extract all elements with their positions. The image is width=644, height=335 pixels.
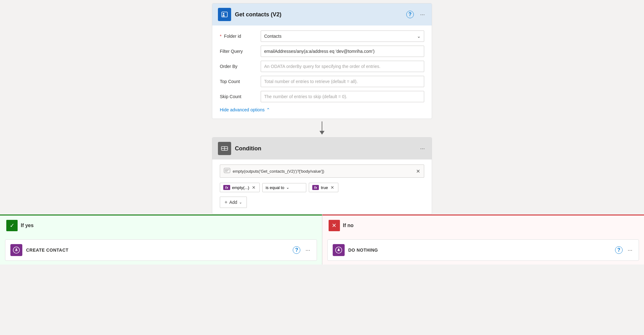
condition-more-button[interactable]: ··· bbox=[419, 144, 426, 153]
top-count-row: Top Count bbox=[220, 76, 424, 87]
add-condition-button[interactable]: + Add ⌄ bbox=[220, 197, 247, 208]
condition-header-right: ··· bbox=[419, 144, 426, 153]
create-contact-help-button[interactable]: ? bbox=[293, 246, 300, 254]
get-contacts-header-right: ? ··· bbox=[406, 10, 426, 19]
svg-point-13 bbox=[16, 248, 17, 250]
do-nothing-left: DO NOTHING bbox=[333, 244, 378, 256]
get-contacts-help-button[interactable]: ? bbox=[406, 11, 414, 18]
if-yes-header: ✓ If yes bbox=[0, 215, 322, 236]
required-star: * bbox=[220, 34, 221, 39]
condition-row: fx empty(...) ✕ is equal to ⌄ fx true ✕ bbox=[220, 183, 424, 192]
right-operand-pill[interactable]: fx true ✕ bbox=[309, 183, 338, 192]
condition-header-left: Condition bbox=[218, 142, 261, 155]
if-no-header: ✕ If no bbox=[322, 215, 644, 236]
arrow-line bbox=[322, 121, 322, 131]
do-nothing-more-button[interactable]: ··· bbox=[626, 246, 634, 255]
do-nothing-icon bbox=[333, 244, 345, 256]
x-icon: ✕ bbox=[332, 222, 336, 229]
get-contacts-more-button[interactable]: ··· bbox=[419, 10, 426, 19]
right-operand-text: true bbox=[321, 185, 328, 190]
create-contact-card: CREATE CONTACT ? ··· bbox=[5, 239, 317, 261]
expression-icon bbox=[224, 168, 230, 174]
left-operand-pill[interactable]: fx empty(...) ✕ bbox=[220, 183, 260, 192]
arrow-connector bbox=[319, 119, 325, 137]
if-no-branch: ✕ If no DO NOTHING ? bbox=[322, 215, 644, 265]
fx-badge-right: fx bbox=[312, 185, 319, 190]
right-operand-close[interactable]: ✕ bbox=[330, 185, 335, 190]
add-label: Add bbox=[229, 200, 237, 205]
get-contacts-title: Get contacts (V2) bbox=[235, 11, 281, 18]
create-contact-icon bbox=[10, 244, 22, 256]
get-contacts-header-left: Get contacts (V2) bbox=[218, 8, 281, 21]
do-nothing-card: DO NOTHING ? ··· bbox=[327, 239, 639, 261]
fx-badge-left: fx bbox=[223, 185, 230, 190]
svg-point-1 bbox=[223, 13, 225, 15]
add-chevron-icon: ⌄ bbox=[239, 200, 242, 204]
condition-icon bbox=[218, 142, 231, 155]
expression-text: empty(outputs('Get_contacts_(V2)')?['bod… bbox=[233, 169, 324, 174]
chevron-down-icon: ⌄ bbox=[286, 185, 289, 190]
create-contact-right: ? ··· bbox=[293, 246, 311, 255]
folder-id-select[interactable]: Contacts ⌄ bbox=[261, 31, 424, 42]
if-no-label: If no bbox=[343, 223, 354, 228]
do-nothing-help-button[interactable]: ? bbox=[615, 246, 623, 254]
arrow-head bbox=[319, 131, 325, 135]
if-yes-label: If yes bbox=[21, 223, 34, 228]
hide-advanced-label: Hide advanced options bbox=[220, 107, 264, 112]
hide-advanced-button[interactable]: Hide advanced options ⌃ bbox=[220, 106, 270, 114]
operator-text: is equal to bbox=[266, 185, 284, 190]
get-contacts-card: Get contacts (V2) ? ··· * Folder id Cont… bbox=[212, 3, 432, 119]
order-by-label: Order By bbox=[220, 64, 261, 69]
filter-query-row: Filter Query bbox=[220, 46, 424, 57]
create-contact-more-button[interactable]: ··· bbox=[304, 246, 311, 255]
condition-header: Condition ··· bbox=[212, 137, 432, 159]
left-operand-text: empty(...) bbox=[232, 185, 249, 190]
skip-count-input[interactable] bbox=[261, 91, 424, 102]
operator-select[interactable]: is equal to ⌄ bbox=[262, 183, 306, 192]
order-by-input[interactable] bbox=[261, 61, 424, 72]
if-no-icon: ✕ bbox=[329, 220, 340, 231]
filter-query-input[interactable] bbox=[261, 46, 424, 57]
create-contact-left: CREATE CONTACT bbox=[10, 244, 69, 256]
condition-body: empty(outputs('Get_contacts_(V2)')?['bod… bbox=[212, 159, 432, 214]
check-icon: ✓ bbox=[10, 222, 14, 229]
top-count-input[interactable] bbox=[261, 76, 424, 87]
order-by-row: Order By bbox=[220, 61, 424, 72]
folder-id-label: * Folder id bbox=[220, 34, 261, 39]
do-nothing-label: DO NOTHING bbox=[348, 248, 378, 253]
canvas: Get contacts (V2) ? ··· * Folder id Cont… bbox=[0, 0, 644, 335]
bottom-section: ✓ If yes CREATE CONTACT bbox=[0, 215, 644, 265]
plus-icon: + bbox=[225, 199, 227, 205]
condition-card: Condition ··· empty bbox=[212, 137, 432, 215]
chevron-up-icon: ⌃ bbox=[266, 107, 270, 112]
skip-count-row: Skip Count bbox=[220, 91, 424, 102]
if-yes-icon: ✓ bbox=[6, 220, 18, 231]
left-operand-close[interactable]: ✕ bbox=[251, 185, 256, 190]
if-yes-branch: ✓ If yes CREATE CONTACT bbox=[0, 215, 322, 265]
top-count-label: Top Count bbox=[220, 79, 261, 84]
svg-point-16 bbox=[338, 248, 339, 250]
condition-title: Condition bbox=[235, 145, 261, 152]
create-contact-label: CREATE CONTACT bbox=[26, 248, 69, 253]
get-contacts-icon bbox=[218, 8, 231, 21]
filter-query-label: Filter Query bbox=[220, 49, 261, 54]
folder-id-row: * Folder id Contacts ⌄ bbox=[220, 31, 424, 42]
get-contacts-body: * Folder id Contacts ⌄ Filter Query Orde… bbox=[212, 25, 432, 119]
skip-count-label: Skip Count bbox=[220, 94, 261, 99]
do-nothing-right: ? ··· bbox=[615, 246, 634, 255]
chevron-down-icon: ⌄ bbox=[417, 34, 421, 39]
expression-close-button[interactable]: ✕ bbox=[416, 168, 420, 174]
get-contacts-header: Get contacts (V2) ? ··· bbox=[212, 3, 432, 25]
expression-box: empty(outputs('Get_contacts_(V2)')?['bod… bbox=[220, 165, 424, 178]
expression-left: empty(outputs('Get_contacts_(V2)')?['bod… bbox=[224, 168, 324, 174]
